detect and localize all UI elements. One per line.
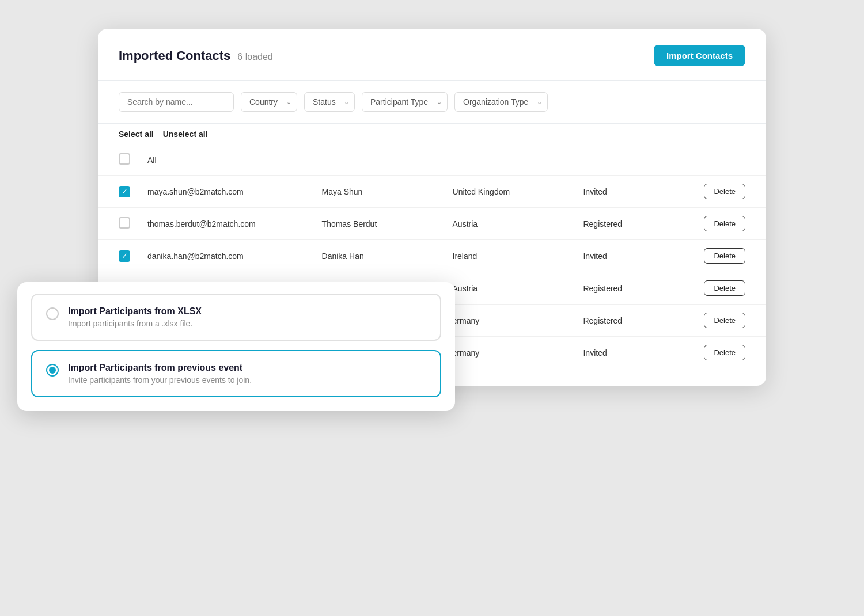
action-col: Delete: [688, 280, 745, 296]
status-col: Invited: [583, 187, 688, 196]
country-col: Austria: [453, 284, 583, 293]
status-col: Invited: [583, 348, 688, 358]
organization-type-filter-wrapper: Organization Type ⌄: [454, 92, 548, 112]
checkbox-col[interactable]: ✓: [119, 250, 147, 262]
page-subtitle: 6 loaded: [237, 52, 272, 62]
delete-button[interactable]: Delete: [704, 280, 745, 296]
status-filter-wrapper: Status ⌄: [304, 92, 355, 112]
action-col: Delete: [688, 313, 745, 328]
country-col: Austria: [453, 219, 583, 229]
table-row: thomas.berdut@b2match.comThomas BerdutAu…: [98, 208, 766, 240]
xlsx-option-title: Import Participants from XLSX: [68, 306, 202, 317]
status-col: Registered: [583, 219, 688, 229]
filters-row: Country ⌄ Status ⌄ Participant Type ⌄ Or…: [98, 81, 766, 124]
checkbox-checked[interactable]: ✓: [119, 250, 130, 262]
table-row: ✓danika.han@b2match.comDanika HanIreland…: [98, 240, 766, 272]
action-col: Delete: [688, 184, 745, 199]
action-col: Delete: [688, 248, 745, 264]
xlsx-text-group: Import Participants from XLSX Import par…: [68, 306, 202, 328]
status-col: Invited: [583, 252, 688, 261]
country-col: United Kingdom: [453, 187, 583, 196]
checkbox-unchecked[interactable]: [119, 217, 130, 229]
participant-type-filter[interactable]: Participant Type: [362, 92, 448, 112]
country-filter-wrapper: Country ⌄: [241, 92, 297, 112]
previous-event-option[interactable]: Import Participants from previous event …: [31, 350, 441, 397]
table-row: ✓maya.shun@b2match.comMaya ShunUnited Ki…: [98, 176, 766, 208]
all-row: All: [98, 145, 766, 176]
delete-button[interactable]: Delete: [704, 248, 745, 264]
country-filter[interactable]: Country: [241, 92, 297, 112]
previous-event-radio[interactable]: [46, 364, 59, 377]
title-group: Imported Contacts 6 loaded: [119, 48, 273, 63]
checkbox-checked[interactable]: ✓: [119, 186, 130, 197]
action-col: Delete: [688, 345, 745, 360]
import-contacts-button[interactable]: Import Contacts: [654, 45, 745, 66]
overlay-card: Import Participants from XLSX Import par…: [17, 282, 455, 411]
checkbox-col[interactable]: ✓: [119, 186, 147, 197]
name-col: Thomas Berdut: [322, 219, 453, 229]
email-col: maya.shun@b2match.com: [147, 187, 322, 196]
previous-event-option-desc: Invite participants from your previous e…: [68, 375, 252, 385]
delete-button[interactable]: Delete: [704, 216, 745, 231]
status-filter[interactable]: Status: [304, 92, 355, 112]
select-all-button[interactable]: Select all: [119, 130, 154, 139]
previous-event-text-group: Import Participants from previous event …: [68, 363, 252, 385]
email-col: thomas.berdut@b2match.com: [147, 219, 322, 229]
select-all-row: Select all Unselect all: [98, 124, 766, 145]
status-col: Registered: [583, 316, 688, 325]
search-input[interactable]: [119, 92, 234, 112]
previous-event-option-title: Import Participants from previous event: [68, 363, 252, 373]
card-header: Imported Contacts 6 loaded Import Contac…: [98, 29, 766, 81]
organization-type-filter[interactable]: Organization Type: [454, 92, 548, 112]
name-col: Danika Han: [322, 252, 453, 261]
country-col: ermany: [453, 316, 583, 325]
delete-button[interactable]: Delete: [704, 184, 745, 199]
xlsx-radio[interactable]: [46, 307, 59, 320]
all-checkbox[interactable]: [119, 153, 130, 165]
name-col: Maya Shun: [322, 187, 453, 196]
unselect-all-button[interactable]: Unselect all: [163, 130, 208, 139]
checkbox-col[interactable]: [119, 217, 147, 231]
previous-event-radio-inner: [49, 367, 56, 374]
country-col: Ireland: [453, 252, 583, 261]
action-col: Delete: [688, 216, 745, 231]
all-checkbox-col[interactable]: [119, 153, 147, 167]
all-label: All: [147, 155, 157, 165]
email-col: danika.han@b2match.com: [147, 252, 322, 261]
participant-type-filter-wrapper: Participant Type ⌄: [362, 92, 448, 112]
delete-button[interactable]: Delete: [704, 345, 745, 360]
status-col: Registered: [583, 284, 688, 293]
xlsx-option[interactable]: Import Participants from XLSX Import par…: [31, 294, 441, 341]
delete-button[interactable]: Delete: [704, 313, 745, 328]
page-title: Imported Contacts: [119, 48, 230, 63]
country-col: ermany: [453, 348, 583, 358]
xlsx-option-desc: Import participants from a .xlsx file.: [68, 319, 202, 328]
